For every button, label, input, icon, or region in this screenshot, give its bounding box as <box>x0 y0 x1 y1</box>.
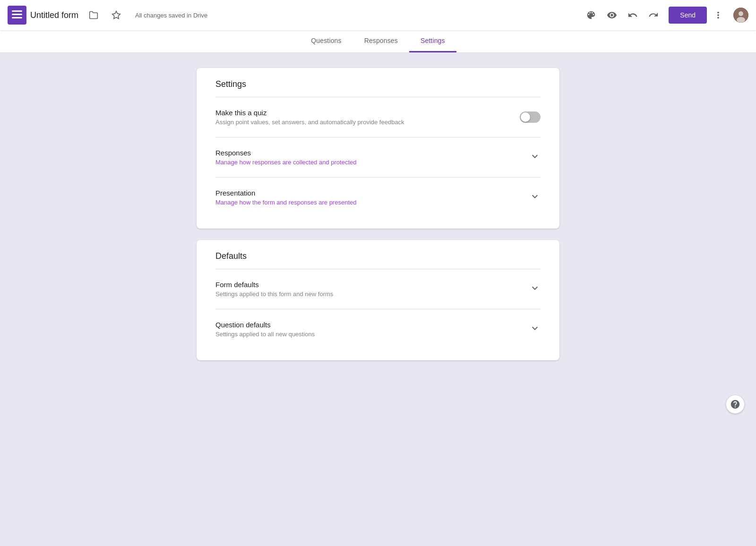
svg-marker-4 <box>112 11 120 19</box>
app-header: Untitled form All changes saved in Drive <box>0 0 756 30</box>
quiz-setting-row: Make this a quiz Assign point values, se… <box>215 97 541 137</box>
svg-point-7 <box>737 17 745 23</box>
svg-point-6 <box>739 11 743 16</box>
more-options-button[interactable] <box>709 6 728 25</box>
quiz-setting-name: Make this a quiz <box>215 109 520 117</box>
app-icon <box>8 6 26 25</box>
presentation-chevron[interactable] <box>529 191 541 205</box>
responses-setting-name: Responses <box>215 149 529 157</box>
send-button[interactable]: Send <box>669 7 707 24</box>
palette-button[interactable] <box>582 6 601 25</box>
form-defaults-name: Form defaults <box>215 281 529 289</box>
header-right: Send <box>582 6 748 25</box>
defaults-card: Defaults Form defaults Settings applied … <box>197 240 559 360</box>
form-defaults-desc: Settings applied to this form and new fo… <box>215 290 529 298</box>
main-content: Settings Make this a quiz Assign point v… <box>0 53 756 387</box>
settings-card: Settings Make this a quiz Assign point v… <box>197 68 559 229</box>
svg-rect-1 <box>12 10 22 12</box>
quiz-setting-info: Make this a quiz Assign point values, se… <box>215 109 520 126</box>
quiz-setting-desc: Assign point values, set answers, and au… <box>215 119 520 126</box>
folder-button[interactable] <box>84 6 103 25</box>
quiz-toggle[interactable] <box>520 111 541 123</box>
form-title: Untitled form <box>30 10 78 20</box>
presentation-setting-name: Presentation <box>215 189 529 197</box>
svg-rect-2 <box>12 14 22 15</box>
form-defaults-chevron[interactable] <box>529 282 541 296</box>
responses-setting-row[interactable]: Responses Manage how responses are colle… <box>215 137 541 178</box>
responses-chevron[interactable] <box>529 151 541 164</box>
svg-rect-3 <box>12 17 22 18</box>
question-defaults-info: Question defaults Settings applied to al… <box>215 321 529 338</box>
defaults-card-title: Defaults <box>215 251 541 269</box>
help-button[interactable] <box>726 395 745 414</box>
question-defaults-name: Question defaults <box>215 321 529 329</box>
toggle-thumb <box>521 112 530 122</box>
form-defaults-row[interactable]: Form defaults Settings applied to this f… <box>215 269 541 309</box>
question-defaults-desc: Settings applied to all new questions <box>215 331 529 338</box>
responses-setting-desc: Manage how responses are collected and p… <box>215 159 529 166</box>
user-avatar[interactable] <box>733 8 748 23</box>
form-defaults-info: Form defaults Settings applied to this f… <box>215 281 529 298</box>
autosave-status: All changes saved in Drive <box>135 12 207 19</box>
star-button[interactable] <box>107 6 126 25</box>
presentation-setting-desc: Manage how the form and responses are pr… <box>215 199 529 206</box>
presentation-setting-row[interactable]: Presentation Manage how the form and res… <box>215 178 541 217</box>
redo-button[interactable] <box>644 6 663 25</box>
tab-responses[interactable]: Responses <box>353 30 409 52</box>
question-defaults-chevron[interactable] <box>529 323 541 336</box>
settings-card-title: Settings <box>215 79 541 97</box>
undo-button[interactable] <box>623 6 642 25</box>
presentation-setting-info: Presentation Manage how the form and res… <box>215 189 529 206</box>
preview-button[interactable] <box>602 6 621 25</box>
header-left: Untitled form All changes saved in Drive <box>8 6 582 25</box>
tab-questions[interactable]: Questions <box>300 30 352 52</box>
responses-setting-info: Responses Manage how responses are colle… <box>215 149 529 166</box>
question-defaults-row[interactable]: Question defaults Settings applied to al… <box>215 309 541 349</box>
tabs-bar: Questions Responses Settings <box>0 30 756 53</box>
tab-settings[interactable]: Settings <box>409 30 456 52</box>
